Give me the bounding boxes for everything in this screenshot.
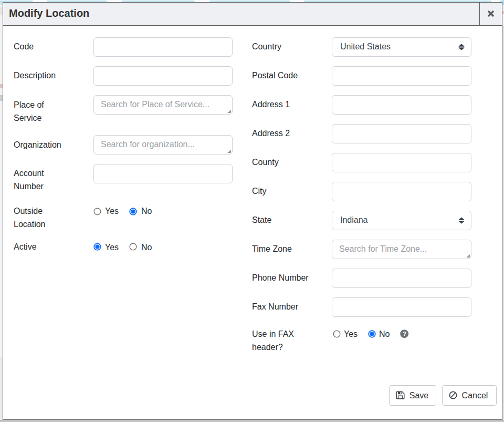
svg-text:?: ? (403, 331, 406, 337)
